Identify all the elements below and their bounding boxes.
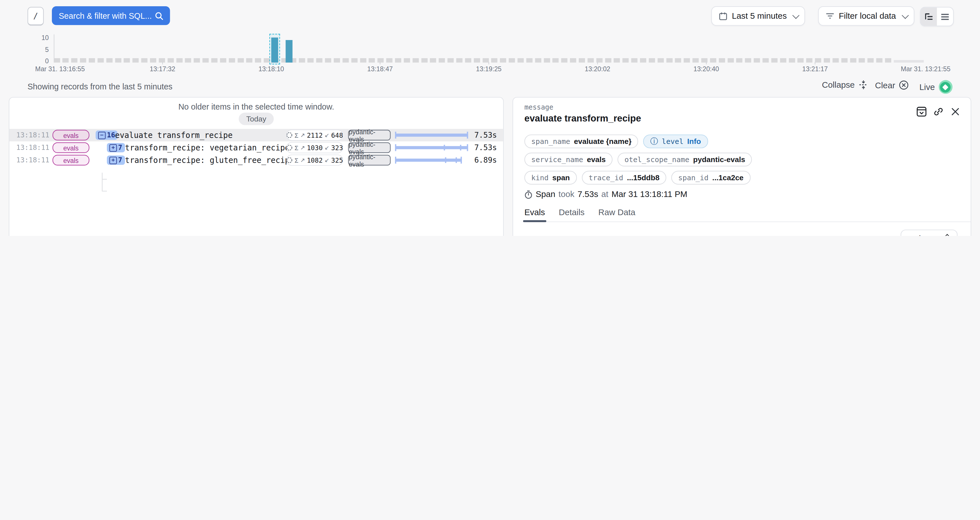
search-button[interactable]: Search & filter with SQL... <box>52 6 170 25</box>
sum-icon: Σ <box>294 132 299 139</box>
token-coin-icon <box>286 132 293 138</box>
columns-button[interactable]: Columns <box>900 230 957 236</box>
span-detail-title: evaluate transform_recipe <box>524 113 641 123</box>
attr-key: service_name <box>531 155 583 164</box>
duration-bar <box>395 144 468 151</box>
columns-label: Columns <box>908 234 940 236</box>
attr-span-name[interactable]: span_name evaluate {name} <box>524 134 638 148</box>
service-tag[interactable]: evals <box>52 130 89 140</box>
attr-service-name[interactable]: service_name evals <box>524 153 612 166</box>
info-icon: ⓘ <box>650 137 658 145</box>
x-axis-tick: 13:20:02 <box>585 65 610 72</box>
attr-otel-scope[interactable]: otel_scope_name pydantic-evals <box>617 153 752 166</box>
trace-row[interactable]: 13:18:11 evals + 7 transform_recipe: glu… <box>10 154 503 166</box>
day-separator-badge: Today <box>239 113 274 125</box>
tab-evals[interactable]: Evals <box>524 208 545 222</box>
y-axis-tick: 5 <box>25 46 49 53</box>
dock-panel-icon[interactable] <box>916 105 927 117</box>
otel-scope-tag[interactable]: pydantic-evals <box>348 142 391 153</box>
x-axis-tick: 13:20:40 <box>694 65 719 72</box>
tokens-up-value: 2112 <box>307 131 323 139</box>
token-usage-chip[interactable]: Σ ↗ 2112 ↙ 648 <box>286 129 343 141</box>
children-count: 7 <box>118 144 123 152</box>
sum-icon: Σ <box>294 144 299 151</box>
x-axis-tick: 13:17:32 <box>150 65 175 72</box>
tokens-up-icon: ↗ <box>300 145 305 151</box>
filter-label: Filter local data <box>839 11 896 21</box>
otel-scope-tag[interactable]: pydantic-evals <box>348 130 391 140</box>
tab-details[interactable]: Details <box>558 208 584 222</box>
trace-timestamp: 13:18:11 <box>16 131 49 139</box>
showing-records-text: Showing records from the last 5 minutes <box>27 82 172 91</box>
level-badge[interactable]: ⓘ level Info <box>643 134 708 148</box>
live-status-icon <box>939 80 952 94</box>
clear-label: Clear <box>875 80 895 90</box>
close-icon[interactable] <box>950 105 961 117</box>
tokens-down-value: 323 <box>331 144 343 151</box>
tree-view-button[interactable] <box>921 7 937 26</box>
token-usage-chip[interactable]: Σ ↗ 1030 ↙ 323 <box>286 142 343 153</box>
token-usage-chip[interactable]: Σ ↗ 1082 ↙ 325 <box>286 155 343 166</box>
chevron-down-icon <box>902 12 908 19</box>
live-toggle[interactable]: Live <box>919 80 952 94</box>
tokens-up-value: 1030 <box>307 144 323 151</box>
took-timestamp: Mar 31 13:18:11 PM <box>611 190 687 199</box>
x-axis-tick: Mar 31. 13:21:55 <box>901 65 950 72</box>
attr-key: otel_scope_name <box>624 155 689 164</box>
span-detail-panel: message evaluate transform_recipe span_n… <box>512 97 971 236</box>
attr-span-id[interactable]: span_id ...1ca2ce <box>671 171 750 185</box>
x-axis-tick: 13:19:25 <box>476 65 502 72</box>
span-name: evaluate transform_recipe <box>115 131 233 140</box>
expand-node-icon: + <box>110 156 117 164</box>
tokens-down-icon: ↙ <box>325 145 329 151</box>
trace-timestamp: 13:18:11 <box>16 156 49 164</box>
time-range-label: Last 5 minutes <box>732 11 787 21</box>
service-tag[interactable]: evals <box>52 155 89 166</box>
children-count-badge[interactable]: + 7 <box>107 143 125 152</box>
copy-link-icon[interactable] <box>933 105 944 117</box>
flat-view-button[interactable] <box>937 7 953 26</box>
tokens-up-icon: ↗ <box>300 157 305 163</box>
tree-connector-line <box>102 172 107 191</box>
clear-icon <box>899 80 909 90</box>
filter-icon <box>826 12 835 20</box>
duration-bar <box>395 132 468 139</box>
collapse-icon <box>858 80 868 89</box>
tokens-down-icon: ↙ <box>325 157 329 163</box>
otel-scope-tag[interactable]: pydantic-evals <box>348 155 391 166</box>
x-axis-tick: 13:18:10 <box>259 65 284 72</box>
empty-window-notice: No older items in the selected time wind… <box>10 102 503 111</box>
timeline-bar[interactable] <box>286 40 292 62</box>
trace-row[interactable]: 13:18:11 evals + 7 transform_recipe: veg… <box>10 141 503 154</box>
took-word: took <box>558 190 574 199</box>
attr-key: trace_id <box>589 174 623 182</box>
attr-value: evaluate {name} <box>574 137 632 146</box>
filter-dropdown[interactable]: Filter local data <box>818 6 914 26</box>
duration-value: 6.89s <box>474 156 497 164</box>
token-coin-icon <box>286 157 293 163</box>
collapse-button[interactable]: Collapse <box>822 80 868 89</box>
trace-row[interactable]: 13:18:11 evals − 16 evaluate transform_r… <box>10 129 503 141</box>
children-count-badge[interactable]: + 7 <box>107 156 125 165</box>
clear-button[interactable]: Clear <box>875 80 909 90</box>
token-coin-icon <box>286 145 293 151</box>
calendar-icon <box>719 12 728 21</box>
x-axis-tick: 13:21:17 <box>802 65 828 72</box>
duration-bar <box>395 157 462 163</box>
chevron-down-icon <box>792 12 799 19</box>
stopwatch-icon <box>524 190 533 199</box>
attr-trace-id[interactable]: trace_id ...15ddb8 <box>582 171 666 185</box>
x-axis-tick: Mar 31. 13:16:55 <box>35 65 85 72</box>
children-count-badge[interactable]: − 16 <box>95 131 118 140</box>
timeline-plot[interactable] <box>54 37 924 62</box>
trace-timestamp: 13:18:11 <box>16 144 49 152</box>
duration-value: 7.53s <box>474 131 497 140</box>
service-tag[interactable]: evals <box>52 142 89 153</box>
live-label: Live <box>919 82 935 92</box>
attr-value: evals <box>587 155 606 164</box>
time-range-dropdown[interactable]: Last 5 minutes <box>711 6 805 26</box>
attr-kind[interactable]: kind span <box>524 171 577 185</box>
took-duration: 7.53s <box>578 190 598 199</box>
tab-raw-data[interactable]: Raw Data <box>598 208 635 222</box>
duration-value: 7.53s <box>474 144 497 152</box>
